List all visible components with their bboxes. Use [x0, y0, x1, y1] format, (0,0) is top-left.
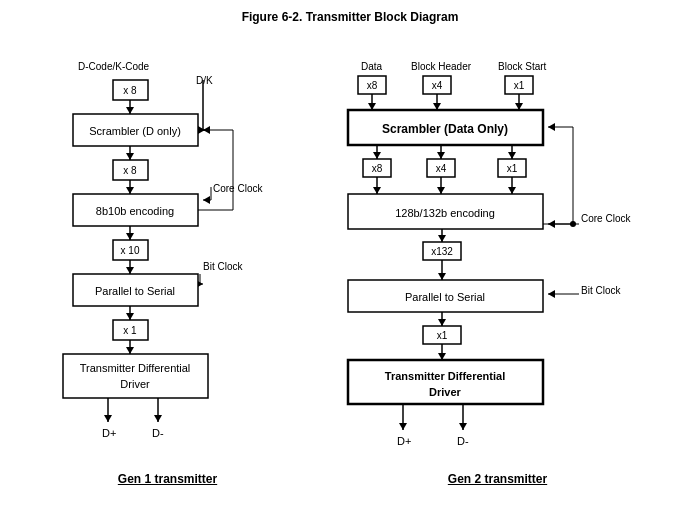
gen1-cc-arrow — [203, 196, 210, 204]
gen2-bs-label: Block Start — [498, 61, 547, 72]
gen2-bc-arrow — [548, 290, 555, 298]
gen1-diagram: D-Code/K-Code D/K x 8 Scrambler — [48, 32, 288, 486]
gen2-svg: Data Block Header Block Start x8 x4 x1 — [343, 32, 648, 462]
gen1-encoding-label: 8b10b encoding — [95, 205, 173, 217]
gen2-x132-label: x132 — [431, 246, 453, 257]
gen2-scrambler-label: Scrambler (Data Only) — [381, 122, 507, 136]
gen2-driver-label1: Transmitter Differential — [384, 370, 504, 382]
gen2-enc-arr-head — [438, 235, 446, 242]
gen2-bit-clock-label: Bit Clock — [581, 285, 621, 296]
gen2-diagram: Data Block Header Block Start x8 x4 x1 — [343, 32, 653, 486]
gen2-sarr3-head — [508, 152, 516, 159]
gen2-x1-bot-label: x1 — [436, 330, 447, 341]
gen2-dplus-arrow — [399, 423, 407, 430]
gen2-x8-mid-label: x8 — [371, 163, 382, 174]
gen1-dplus-label: D+ — [102, 427, 116, 439]
gen1-dminus-arrow — [154, 415, 162, 422]
gen1-parallel-label: Parallel to Serial — [94, 285, 174, 297]
gen2-x1-mid-label: x1 — [506, 163, 517, 174]
gen1-input-label: D-Code/K-Code — [78, 61, 150, 72]
gen1-x8-mid-label: x 8 — [123, 165, 137, 176]
gen1-arrow7-head — [126, 347, 134, 354]
gen2-dminus-arrow — [459, 423, 467, 430]
gen1-x10-label: x 10 — [120, 245, 139, 256]
gen2-dplus-label: D+ — [397, 435, 411, 447]
gen1-bit-clock-label: Bit Clock — [203, 261, 243, 272]
gen2-dminus-label: D- — [457, 435, 469, 447]
page: Figure 6-2. Transmitter Block Diagram D-… — [0, 0, 700, 518]
gen1-dminus-label: D- — [152, 427, 164, 439]
gen2-encoding-label: 128b/132b encoding — [395, 207, 495, 219]
gen2-x132-arr-head — [438, 273, 446, 280]
gen1-dplus-arrow — [104, 415, 112, 422]
gen1-label: Gen 1 transmitter — [48, 472, 288, 486]
gen2-data-label: Data — [361, 61, 383, 72]
gen2-bh-label: Block Header — [411, 61, 472, 72]
gen2-sarr1-head — [373, 152, 381, 159]
gen2-x4-mid-label: x4 — [435, 163, 446, 174]
gen1-arrow2-head — [126, 153, 134, 160]
gen1-arrow1-head — [126, 107, 134, 114]
gen2-x4-label: x4 — [431, 80, 442, 91]
gen2-ps-arr-head — [438, 319, 446, 326]
gen1-arrow3-head — [126, 187, 134, 194]
gen1-x1-label: x 1 — [123, 325, 137, 336]
gen1-driver-label1: Transmitter Differential — [79, 362, 190, 374]
gen2-driver-label2: Driver — [429, 386, 462, 398]
figure-title: Figure 6-2. Transmitter Block Diagram — [10, 10, 690, 24]
gen1-arrow5-head — [126, 267, 134, 274]
gen2-earr2-head — [437, 187, 445, 194]
gen1-core-clock-label: Core Clock — [213, 183, 263, 194]
gen1-arrow4-head — [126, 233, 134, 240]
gen2-parallel-label: Parallel to Serial — [404, 291, 484, 303]
gen2-x1-top-label: x1 — [513, 80, 524, 91]
gen1-dk-label: D/K — [196, 75, 213, 86]
gen1-fb-arrow — [203, 126, 210, 134]
gen2-sarr2-head — [437, 152, 445, 159]
gen2-x8-label: x8 — [366, 80, 377, 91]
gen1-driver-label2: Driver — [120, 378, 150, 390]
gen2-fb-arrow — [548, 123, 555, 131]
gen2-earr1-head — [373, 187, 381, 194]
gen2-core-clock-label: Core Clock — [581, 213, 631, 224]
gen1-driver-box — [63, 354, 208, 398]
gen2-earr3-head — [508, 187, 516, 194]
diagrams-container: D-Code/K-Code D/K x 8 Scrambler — [10, 32, 690, 486]
gen1-svg: D-Code/K-Code D/K x 8 Scrambler — [48, 32, 278, 462]
gen1-arrow6-head — [126, 313, 134, 320]
gen1-scrambler-label: Scrambler (D only) — [89, 125, 181, 137]
gen2-cc-enc-arrow — [548, 220, 555, 228]
gen2-label: Gen 2 transmitter — [343, 472, 653, 486]
gen1-x8-top-label: x 8 — [123, 85, 137, 96]
